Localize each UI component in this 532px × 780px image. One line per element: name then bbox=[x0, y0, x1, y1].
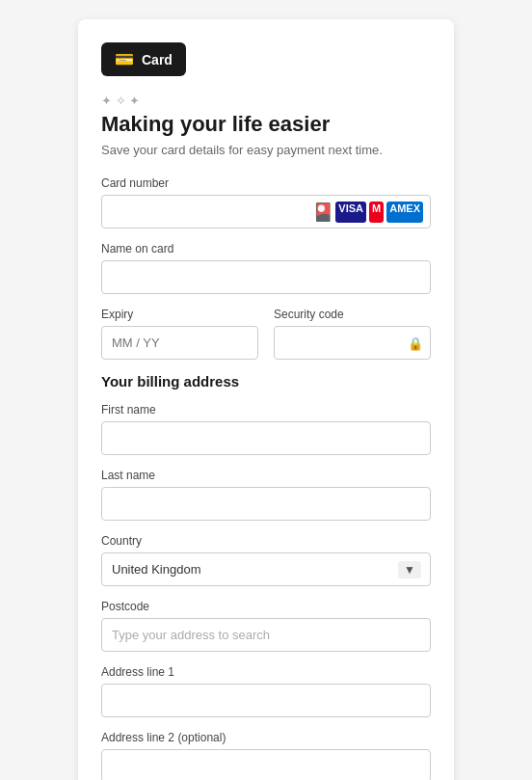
card-number-row: 🎴 VISA M AMEX bbox=[101, 195, 431, 229]
security-code-label: Security code bbox=[274, 308, 431, 321]
postcode-input[interactable] bbox=[101, 618, 431, 652]
address-line1-label: Address line 1 bbox=[101, 665, 431, 679]
country-select[interactable]: United Kingdom United States Canada Aust… bbox=[101, 552, 431, 586]
page-subtitle: Save your card details for easy payment … bbox=[101, 143, 431, 157]
sparkle-decoration: ✦ ✧ ✦ bbox=[101, 94, 431, 108]
postcode-label: Postcode bbox=[101, 600, 431, 613]
last-name-input[interactable] bbox=[101, 487, 431, 521]
first-name-label: First name bbox=[101, 403, 431, 417]
address-line2-label: Address line 2 (optional) bbox=[101, 731, 431, 744]
card-brand-icons: 🎴 VISA M AMEX bbox=[312, 202, 423, 223]
billing-address-title: Your billing address bbox=[101, 373, 431, 390]
country-field: Country United Kingdom United States Can… bbox=[101, 534, 431, 586]
card-number-field: Card number 🎴 VISA M AMEX bbox=[101, 176, 431, 229]
country-label: Country bbox=[101, 534, 431, 548]
address-line2-field: Address line 2 (optional) bbox=[101, 731, 431, 780]
first-name-field: First name bbox=[101, 403, 431, 455]
address-line1-input[interactable] bbox=[101, 684, 431, 717]
last-name-label: Last name bbox=[101, 469, 431, 482]
cvv-info-icon[interactable]: 🔒 bbox=[408, 336, 423, 350]
first-name-input[interactable] bbox=[101, 421, 431, 455]
cvv-row: 🔒 bbox=[274, 326, 431, 360]
postcode-field: Postcode bbox=[101, 600, 431, 652]
security-code-field: Security code 🔒 bbox=[274, 308, 431, 360]
page-title: Making your life easier bbox=[101, 112, 431, 137]
card-number-label: Card number bbox=[101, 176, 431, 190]
expiry-cvv-row: Expiry Security code 🔒 bbox=[101, 308, 431, 360]
address-line2-input[interactable] bbox=[101, 749, 431, 780]
expiry-input[interactable] bbox=[101, 326, 258, 360]
last-name-field: Last name bbox=[101, 469, 431, 521]
name-on-card-input[interactable] bbox=[101, 260, 431, 294]
name-on-card-label: Name on card bbox=[101, 242, 431, 256]
expiry-label: Expiry bbox=[101, 308, 258, 321]
card-header-label: Card bbox=[142, 52, 173, 67]
card-header: 💳 Card bbox=[101, 42, 186, 76]
card-icon: 💳 bbox=[115, 50, 134, 68]
expiry-field: Expiry bbox=[101, 308, 258, 360]
country-select-wrapper: United Kingdom United States Canada Aust… bbox=[101, 552, 431, 586]
card-container: 💳 Card ✦ ✧ ✦ Making your life easier Sav… bbox=[78, 19, 454, 780]
address-line1-field: Address line 1 bbox=[101, 665, 431, 717]
name-on-card-field: Name on card bbox=[101, 242, 431, 294]
